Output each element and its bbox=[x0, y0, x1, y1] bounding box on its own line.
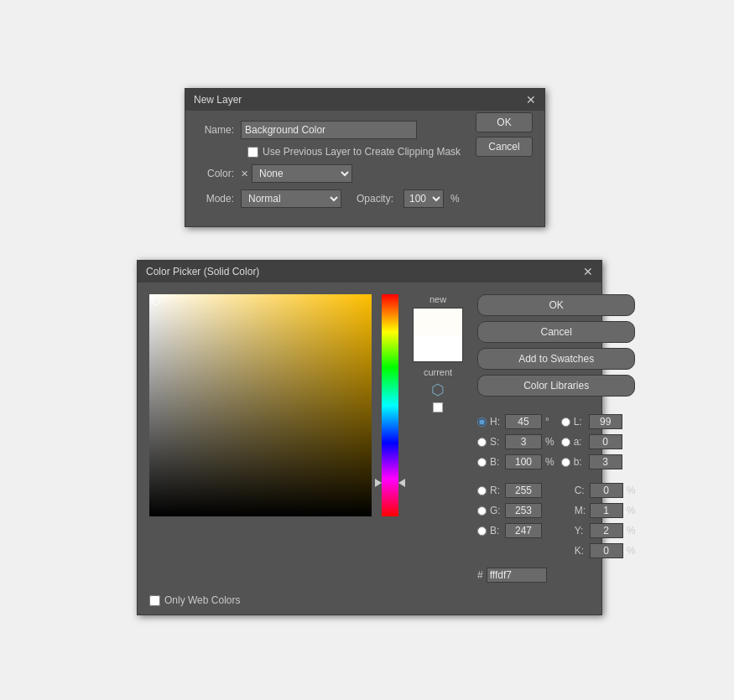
b2-row: B: bbox=[477, 522, 554, 539]
color-picker-body: new current ⬡ OK Cancel Add to Swatches … bbox=[138, 283, 601, 594]
new-layer-close-button[interactable]: ✕ bbox=[526, 94, 536, 106]
sv-gradient[interactable] bbox=[149, 294, 372, 516]
clipping-mask-label: Use Previous Layer to Create Clipping Ma… bbox=[263, 146, 461, 158]
ok-button[interactable]: OK bbox=[477, 294, 635, 316]
c-label: C: bbox=[575, 485, 586, 496]
hue-slider-container bbox=[382, 294, 398, 583]
a-label: a: bbox=[574, 436, 586, 448]
new-layer-dialog: New Layer ✕ Name: Use Previous Layer to … bbox=[185, 88, 545, 227]
color-current bbox=[414, 335, 462, 362]
mode-select[interactable]: Normal bbox=[241, 189, 341, 208]
m-input[interactable] bbox=[590, 503, 623, 518]
r-row: R: bbox=[477, 482, 554, 499]
h-radio[interactable] bbox=[477, 417, 487, 427]
new-layer-title: New Layer bbox=[194, 94, 242, 106]
b3-input[interactable] bbox=[589, 454, 622, 469]
color-preview-section: new current ⬡ bbox=[409, 294, 467, 583]
b3-radio[interactable] bbox=[561, 458, 570, 467]
current-label: current bbox=[424, 367, 452, 377]
l-label: L: bbox=[574, 416, 586, 428]
s-radio[interactable] bbox=[477, 438, 487, 447]
s-unit: % bbox=[545, 436, 554, 448]
color-row: Color: ✕ None bbox=[197, 164, 533, 183]
y-row: Y: % bbox=[561, 522, 636, 539]
r-radio[interactable] bbox=[477, 486, 487, 495]
s-label: S: bbox=[490, 436, 502, 448]
b-label: B: bbox=[490, 456, 502, 468]
r-label: R: bbox=[490, 485, 502, 496]
k-input[interactable] bbox=[590, 543, 623, 558]
l-row: L: bbox=[561, 413, 636, 430]
percent-label: % bbox=[450, 193, 460, 205]
name-label: Name: bbox=[197, 124, 241, 136]
clipping-mask-checkbox[interactable] bbox=[247, 147, 258, 158]
h-row: H: ° bbox=[477, 413, 554, 430]
b-unit: % bbox=[545, 456, 554, 468]
b-input[interactable] bbox=[505, 454, 542, 469]
only-web-colors-checkbox[interactable] bbox=[149, 595, 160, 606]
b2-label: B: bbox=[490, 525, 502, 537]
s-input[interactable] bbox=[505, 434, 542, 449]
k-unit: % bbox=[627, 545, 636, 557]
opacity-select[interactable]: 100 bbox=[403, 189, 444, 208]
a-input[interactable] bbox=[589, 434, 622, 449]
b2-input[interactable] bbox=[505, 523, 542, 538]
color-picker-close-button[interactable]: ✕ bbox=[583, 266, 593, 277]
hsb-inputs: H: ° S: % B: % bbox=[477, 413, 554, 559]
y-label: Y: bbox=[575, 525, 586, 537]
hex-input[interactable] bbox=[487, 568, 547, 583]
s-row: S: % bbox=[477, 433, 554, 450]
a-radio[interactable] bbox=[561, 438, 570, 447]
name-input[interactable] bbox=[241, 121, 417, 139]
color-picker-dialog: Color Picker (Solid Color) ✕ new current… bbox=[137, 260, 602, 615]
r-input[interactable] bbox=[505, 483, 542, 498]
b3-row: b: bbox=[561, 454, 636, 470]
b3-label: b: bbox=[574, 456, 586, 468]
y-input[interactable] bbox=[590, 523, 623, 538]
hue-arrow-right bbox=[398, 479, 405, 487]
l-radio[interactable] bbox=[561, 417, 570, 427]
right-panel: OK Cancel Add to Swatches Color Librarie… bbox=[477, 294, 635, 583]
color-label: Color: bbox=[197, 168, 241, 179]
mode-row: Mode: Normal Opacity: 100 % bbox=[197, 189, 533, 208]
only-web-colors-label: Only Web Colors bbox=[164, 594, 240, 606]
b2-radio[interactable] bbox=[477, 526, 487, 536]
new-layer-cancel-button[interactable]: Cancel bbox=[476, 137, 533, 157]
mode-label: Mode: bbox=[197, 193, 241, 205]
sv-cursor bbox=[152, 297, 160, 305]
g-input[interactable] bbox=[505, 503, 542, 518]
g-label: G: bbox=[490, 505, 502, 516]
c-row: C: % bbox=[561, 482, 636, 499]
new-layer-titlebar: New Layer ✕ bbox=[185, 89, 544, 111]
l-input[interactable] bbox=[589, 414, 622, 429]
new-layer-ok-button[interactable]: OK bbox=[476, 112, 533, 132]
c-unit: % bbox=[627, 485, 636, 496]
add-to-swatches-button[interactable]: Add to Swatches bbox=[477, 348, 635, 370]
m-row: M: % bbox=[561, 502, 636, 519]
h-label: H: bbox=[490, 416, 502, 428]
color-libraries-button[interactable]: Color Libraries bbox=[477, 375, 635, 397]
color-new bbox=[414, 309, 462, 335]
cancel-button[interactable]: Cancel bbox=[477, 321, 635, 343]
sv-gradient-dark bbox=[149, 294, 372, 516]
k-row: K: % bbox=[561, 542, 636, 559]
h-input[interactable] bbox=[505, 414, 542, 429]
hex-row: # bbox=[477, 568, 635, 583]
m-label: M: bbox=[575, 505, 586, 516]
cube-icon: ⬡ bbox=[431, 381, 445, 399]
c-input[interactable] bbox=[590, 483, 623, 498]
a-row: a: bbox=[561, 433, 636, 450]
hue-arrow-left bbox=[375, 479, 382, 487]
color-picker-title: Color Picker (Solid Color) bbox=[146, 266, 259, 277]
lab-cmyk-inputs: L: a: b: C: bbox=[561, 413, 636, 559]
hue-slider[interactable] bbox=[382, 294, 398, 516]
color-select-wrapper: ✕ None bbox=[241, 164, 352, 183]
m-unit: % bbox=[627, 505, 636, 516]
y-unit: % bbox=[627, 525, 636, 537]
color-select[interactable]: None bbox=[252, 164, 352, 183]
opacity-label: Opacity: bbox=[357, 193, 393, 205]
g-row: G: bbox=[477, 502, 554, 519]
b-radio[interactable] bbox=[477, 458, 487, 467]
color-preview-box bbox=[413, 308, 463, 362]
g-radio[interactable] bbox=[477, 506, 487, 516]
